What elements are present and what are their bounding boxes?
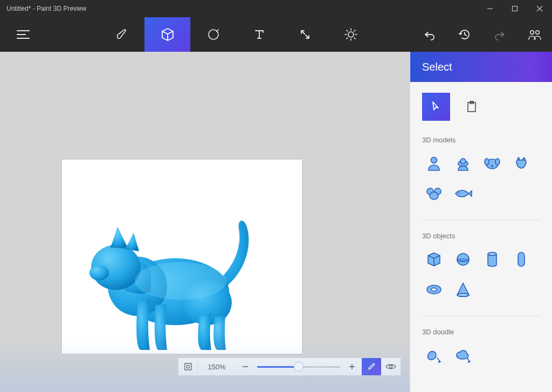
svg-rect-46 — [518, 252, 525, 266]
object-capsule[interactable] — [509, 247, 533, 271]
svg-point-34 — [431, 157, 437, 163]
svg-point-39 — [491, 165, 493, 167]
svg-point-8 — [218, 29, 219, 30]
svg-point-19 — [535, 31, 539, 35]
object-torus[interactable] — [422, 278, 446, 301]
panel-body: 3D models — [410, 82, 552, 392]
svg-point-18 — [530, 31, 534, 35]
svg-rect-26 — [185, 363, 191, 370]
model-man[interactable] — [422, 152, 446, 175]
model-dog[interactable] — [480, 152, 504, 175]
svg-point-49 — [457, 293, 469, 297]
workspace[interactable]: 150% — [0, 52, 410, 392]
doodle-soft[interactable] — [451, 343, 475, 367]
object-cylinder[interactable] — [480, 247, 504, 271]
tool-brushes[interactable] — [99, 17, 144, 52]
svg-line-16 — [354, 30, 355, 31]
history-button[interactable] — [447, 17, 482, 52]
select-tool-row — [422, 93, 540, 121]
object-cube[interactable] — [422, 247, 446, 271]
tool-text[interactable] — [236, 17, 282, 52]
divider — [422, 219, 540, 220]
section-3d-doodle-title: 3D doodle — [422, 328, 540, 336]
zoom-in-button[interactable] — [342, 358, 362, 375]
objects-grid — [422, 247, 540, 301]
zoom-bar: 150% — [178, 357, 401, 376]
svg-rect-1 — [513, 6, 518, 11]
svg-point-9 — [348, 32, 354, 37]
tool-modes — [99, 17, 374, 52]
models-grid — [422, 152, 540, 205]
community-button[interactable] — [517, 17, 552, 52]
svg-point-31 — [389, 365, 392, 368]
model-fish[interactable] — [451, 182, 475, 205]
panel-title: Select — [410, 52, 552, 82]
divider — [422, 315, 540, 316]
svg-point-37 — [485, 159, 489, 165]
svg-line-14 — [347, 30, 348, 31]
minimize-button[interactable] — [478, 0, 502, 17]
view-mode-button[interactable] — [381, 358, 401, 375]
model-woman[interactable] — [451, 152, 475, 175]
svg-point-38 — [495, 159, 500, 165]
side-panel: Select 3D models — [410, 52, 552, 392]
toolbar-right — [412, 17, 552, 52]
doodle-grid — [422, 343, 540, 367]
tool-canvas-resize[interactable] — [282, 17, 328, 52]
svg-point-48 — [431, 288, 437, 291]
close-button[interactable] — [527, 0, 552, 17]
model-cat[interactable] — [509, 152, 533, 175]
zoom-value: 150% — [198, 363, 236, 371]
zoom-slider[interactable] — [255, 358, 342, 375]
tool-magic-select[interactable] — [190, 17, 236, 52]
zoom-fill — [257, 366, 299, 368]
zoom-thumb[interactable] — [294, 362, 303, 372]
tool-lighting[interactable] — [328, 17, 374, 52]
titlebar: Untitled* - Paint 3D Preview — [0, 0, 552, 17]
maximize-button[interactable] — [502, 0, 527, 17]
model-mouse[interactable] — [422, 182, 446, 205]
zoom-track — [257, 366, 340, 368]
pointer-tool[interactable] — [422, 93, 450, 121]
zoom-out-button[interactable] — [236, 358, 255, 375]
fit-to-screen-button[interactable] — [178, 358, 198, 375]
section-3d-objects-title: 3D objects — [422, 232, 540, 240]
main-area: 150% — [0, 52, 552, 392]
svg-point-42 — [430, 192, 438, 200]
tool-3d[interactable] — [144, 17, 190, 52]
section-3d-models-title: 3D models — [422, 136, 540, 144]
menu-button[interactable] — [0, 17, 46, 52]
doodle-sharp[interactable] — [422, 343, 446, 367]
svg-point-35 — [460, 159, 466, 164]
redo-button[interactable] — [482, 17, 517, 52]
svg-point-43 — [458, 192, 460, 194]
edit-mode-button[interactable] — [362, 358, 381, 375]
object-cone[interactable] — [451, 278, 475, 301]
svg-line-17 — [347, 38, 348, 39]
svg-line-15 — [354, 38, 355, 39]
undo-button[interactable] — [412, 17, 447, 52]
window-title: Untitled* - Paint 3D Preview — [6, 5, 478, 12]
svg-rect-27 — [187, 366, 189, 368]
object-hemisphere[interactable] — [451, 247, 475, 271]
paste-tool[interactable] — [458, 93, 486, 121]
svg-point-25 — [135, 262, 226, 300]
svg-point-24 — [89, 265, 109, 280]
main-toolbar — [0, 17, 552, 52]
model-cat[interactable] — [86, 197, 264, 359]
app-root: Untitled* - Paint 3D Preview — [0, 0, 552, 392]
window-controls — [478, 0, 552, 17]
svg-point-45 — [488, 252, 496, 256]
